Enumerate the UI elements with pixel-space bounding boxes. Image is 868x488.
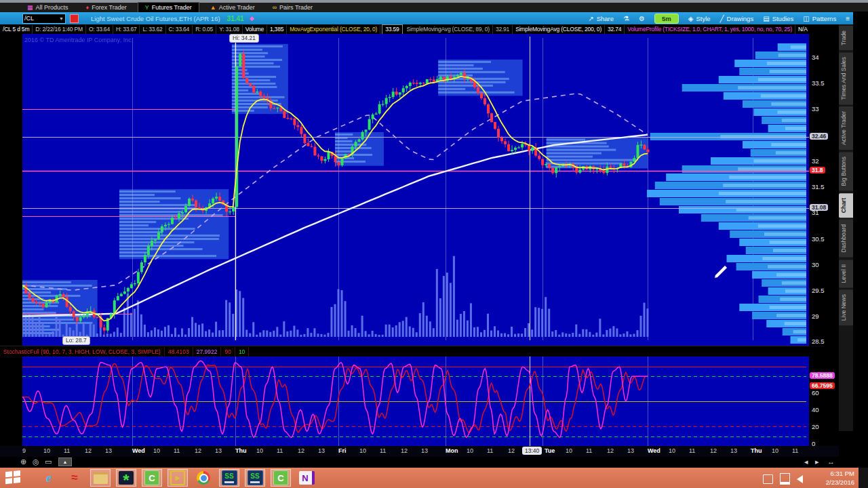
scroll-right-icon[interactable]: ▸ [815,458,819,466]
price-axis-label: 30.5 [812,235,825,243]
taskbar-clock[interactable]: 6:31 PM 2/23/2016 [826,469,854,487]
drawings-button[interactable]: ╱Drawings [720,15,754,22]
time-label: 10 [566,447,572,454]
price-axis-bubble: 31.8 [810,167,825,174]
camtasia-icon-2[interactable]: C [271,469,291,487]
time-label: 10 [256,447,263,454]
chart-toolbar: /CL ▼ Light Sweet Crude Oil Futures,ETH … [0,12,854,24]
patterns-button[interactable]: ◫Patterns [803,15,836,22]
ss-app-icon[interactable]: SS [219,469,239,487]
chrome-icon[interactable] [193,469,214,487]
collapse-panel-button[interactable]: ▲ [58,458,72,466]
data-segment-1: D: 2/22/16 1:40 PM [33,25,86,34]
data-segment-2: O: 33.64 [86,25,113,34]
sidebar-tab-dashboard[interactable]: Dashboard [839,220,853,258]
sidebar-tab-level-ii[interactable]: Level II [839,260,853,287]
style-button-glyph: ◈ [688,15,694,22]
style-button[interactable]: ◈Style [688,15,711,22]
tab-all-products[interactable]: ▦All Products [20,3,75,12]
price-axis-bubble: 31.08 [810,204,828,211]
mouse-cursor-pencil [713,264,728,279]
share-button-glyph: ↗ [588,15,593,22]
tab-forex-trader[interactable]: ♦Forex Trader [79,3,134,12]
tos-star: * [123,477,129,484]
time-axis[interactable]: 910111213Wed10111213Thu10111213Fri101112… [0,446,839,457]
action-center-icon[interactable] [763,474,773,484]
stoch-axis-bubble: 66.7595 [810,382,835,389]
stochastic-canvas[interactable] [22,357,809,446]
sidebar-tab-big-buttons[interactable]: Big Buttons [839,152,853,190]
sidebar-tab-active-trader[interactable]: Active Trader [839,106,853,150]
crosshair-tool-icon[interactable]: ⊕ [20,458,26,466]
data-segment-3: H: 33.67 [113,25,140,34]
volume-icon[interactable] [797,475,803,483]
time-label: 13 [318,447,325,454]
ss-letters: SS [224,473,233,480]
sidebar-tab-live-news[interactable]: Live News [839,289,853,325]
sidebar-tab-times-and-sales[interactable]: Times And Sales [839,52,853,104]
camtasia-icon[interactable]: C [142,469,162,487]
time-label: 11 [174,447,180,454]
chrome-glyph [197,471,210,485]
folder-glyph [94,472,108,484]
system-tray [763,473,803,485]
photo-app-icon[interactable]: ▶ [167,469,188,487]
alert-badge[interactable] [70,14,79,23]
scroll-left-icon[interactable]: ◂ [804,458,808,466]
time-label: 12 [298,447,304,454]
studies-data-row: /CL 5 d 5mD: 2/22/16 1:40 PMO: 33.64H: 3… [0,24,809,34]
zoom-tool-icon[interactable]: ◎ [33,458,39,466]
start-button[interactable] [5,470,22,486]
sidebar-tab-chart[interactable]: Chart [839,193,853,218]
wave-app-icon[interactable]: ≈ [64,469,85,487]
stoch-segment-4: 10 [235,347,249,357]
stoch-axis-label: 60 [812,389,819,396]
time-label: 11 [586,447,592,454]
tab-futures-trader[interactable]: YFutures Trader [138,2,199,13]
stoch-segment-0: StochasticFull (90, 10, 7, 3, HIGH, LOW,… [0,347,165,357]
ss-app-icon-2[interactable]: SS [245,469,265,487]
stoch-axis-label: 20 [812,423,819,430]
stoch-segment-1: 48.4103 [165,347,193,357]
timeframe-button-label: 5m [662,15,671,22]
show-desktop-strip[interactable] [859,468,868,488]
time-label: 12 [401,447,408,454]
ie-icon[interactable]: e [39,469,59,487]
data-segment-9: 1,385 [267,25,287,34]
settings-button[interactable]: ⚙ [639,15,645,22]
stoch-segment-3: 90 [221,347,235,357]
price-axis-label: 33.5 [812,79,825,87]
copyright-text: 2016 © TD Ameritrade IP Company, Inc. [24,37,133,43]
price-chart-canvas[interactable] [22,34,809,346]
time-label: 10 [669,447,675,454]
ss-bar [224,481,234,483]
time-label: 10 [467,447,473,454]
studies-button[interactable]: ▤Studies [763,15,793,22]
price-axis[interactable]: 3433.5333231.53130.53029.52928.532.4631.… [809,24,839,457]
auto-scroll-icon[interactable]: ↔ [827,458,835,466]
sidebar-tab-trade[interactable]: Trade [839,26,853,50]
symbol-input[interactable]: /CL ▼ [22,14,66,24]
time-label: 12 [607,447,614,454]
chevron-down-icon[interactable]: ▼ [59,16,64,21]
ondemand-button[interactable]: ⚗ [623,15,629,22]
tab-pairs-trader[interactable]: ∞Pairs Trader [266,3,319,12]
photo-arrow: ▶ [176,474,180,481]
data-segment-5: C: 33.64 [166,25,193,34]
time-label: 13 [627,447,634,454]
thinkorswim-icon[interactable]: * [116,469,136,487]
drawings-button-label: Drawings [727,15,754,22]
network-icon[interactable] [780,473,790,485]
tab-active-trader[interactable]: ▲Active Trader [203,3,262,12]
tab-label: Active Trader [219,4,255,11]
selection-tool-icon[interactable]: ▭ [45,458,52,466]
thinkorswim-window: { "tab_bar": {"tabs": [ {"label":"All Pr… [0,0,868,488]
price-axis-label: 31.5 [812,183,825,190]
onenote-icon[interactable]: N [296,469,317,487]
menu-button[interactable]: ≡ [846,15,850,22]
timeframe-button[interactable]: 5m [654,14,679,24]
grid-icon: ▦ [27,5,33,11]
share-button[interactable]: ↗Share [588,15,614,22]
patterns-button-glyph: ◫ [803,15,809,22]
folder-icon[interactable] [90,469,111,487]
